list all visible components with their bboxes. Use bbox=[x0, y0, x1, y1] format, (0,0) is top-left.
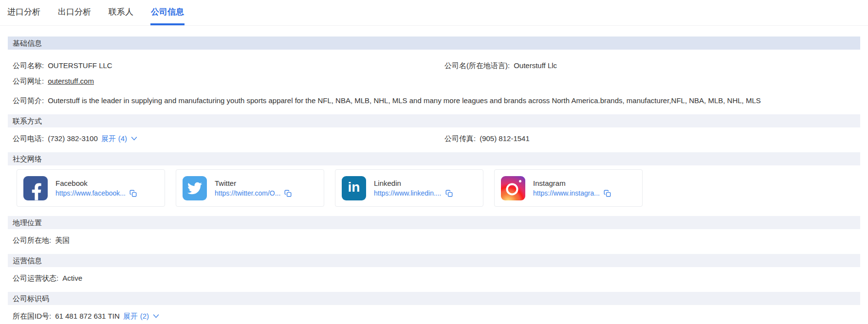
tab-contacts[interactable]: 联系人 bbox=[108, 0, 134, 25]
social-name: Linkedin bbox=[374, 179, 453, 187]
row-location: 公司所在地:美国 bbox=[8, 235, 860, 245]
tab-company-info[interactable]: 公司信息 bbox=[150, 0, 185, 25]
phone-value: (732) 382-3100 bbox=[48, 134, 98, 143]
website-link[interactable]: outerstuff.com bbox=[48, 77, 94, 85]
phone-label: 公司电话: bbox=[13, 134, 44, 143]
operation-status-label: 公司运营状态: bbox=[13, 274, 58, 282]
instagram-icon bbox=[501, 176, 525, 200]
fax-value: (905) 812-1541 bbox=[480, 134, 530, 143]
copy-icon[interactable] bbox=[129, 190, 137, 197]
social-card-text: Facebook https://www.facebook... bbox=[55, 179, 137, 197]
tab-import-analysis[interactable]: 进口分析 bbox=[7, 0, 41, 25]
section-header-social: 社交网络 bbox=[8, 152, 860, 165]
fax-label: 公司传真: bbox=[444, 134, 476, 143]
phone-expand-link[interactable]: 展开(4) bbox=[101, 134, 138, 143]
social-name: Twitter bbox=[215, 179, 292, 187]
row-operation-status: 公司运营状态:Active bbox=[8, 273, 860, 283]
social-url-link[interactable]: https://twitter.com/O... bbox=[215, 189, 280, 197]
twitter-icon bbox=[183, 176, 207, 200]
social-card-facebook[interactable]: Facebook https://www.facebook... bbox=[17, 169, 165, 207]
section-header-identifiers: 公司标识码 bbox=[8, 292, 860, 305]
country-id-value: 61 481 872 631 TIN bbox=[55, 312, 120, 320]
field-company-local-name: 公司名(所在地语言):Outerstuff Llc bbox=[444, 61, 557, 70]
operation-status-value: Active bbox=[62, 274, 82, 282]
chevron-down-icon bbox=[152, 312, 160, 320]
country-id-expand-link[interactable]: 展开(2) bbox=[123, 311, 160, 321]
facebook-icon bbox=[23, 176, 48, 200]
tab-bar: 进口分析 出口分析 联系人 公司信息 bbox=[0, 0, 868, 26]
company-intro-value: Outerstuff is the leader in supplying an… bbox=[48, 96, 761, 105]
location-label: 公司所在地: bbox=[13, 236, 51, 244]
social-url-link[interactable]: https://www.linkedin.... bbox=[374, 189, 442, 197]
row-company-intro: 公司简介:Outerstuff is the leader in supplyi… bbox=[8, 96, 860, 105]
field-company-name: 公司名称:OUTERSTUFF LLC bbox=[13, 61, 444, 70]
section-header-contact: 联系方式 bbox=[8, 114, 860, 127]
copy-icon[interactable] bbox=[284, 190, 292, 197]
linkedin-icon: in bbox=[342, 176, 366, 200]
section-header-location: 地理位置 bbox=[8, 216, 860, 229]
field-company-fax: 公司传真:(905) 812-1541 bbox=[444, 134, 530, 143]
company-info-content: 基础信息 公司名称:OUTERSTUFF LLC 公司名(所在地语言):Oute… bbox=[0, 36, 868, 321]
social-card-text: Linkedin https://www.linkedin.... bbox=[374, 179, 453, 197]
row-country-id: 所在国ID号:61 481 872 631 TIN展开(2) bbox=[8, 311, 860, 321]
copy-icon[interactable] bbox=[604, 190, 611, 197]
company-local-name-value: Outerstuff Llc bbox=[514, 61, 557, 70]
company-name-value: OUTERSTUFF LLC bbox=[48, 61, 112, 70]
social-card-list: Facebook https://www.facebook... Twitter… bbox=[17, 169, 860, 207]
location-value: 美国 bbox=[55, 236, 70, 244]
social-name: Facebook bbox=[55, 179, 137, 187]
country-id-expand-count: (2) bbox=[140, 311, 149, 321]
social-card-linkedin[interactable]: in Linkedin https://www.linkedin.... bbox=[335, 169, 483, 207]
copy-icon[interactable] bbox=[445, 190, 453, 197]
company-intro-label: 公司简介: bbox=[13, 96, 44, 105]
social-url-link[interactable]: https://www.facebook... bbox=[55, 189, 126, 197]
social-name: Instagram bbox=[533, 179, 611, 187]
website-label: 公司网址: bbox=[13, 77, 44, 85]
row-phone-fax: 公司电话:(732) 382-3100展开(4) 公司传真:(905) 812-… bbox=[8, 134, 860, 143]
row-website: 公司网址:outerstuff.com bbox=[8, 76, 860, 86]
social-card-text: Instagram https://www.instagra... bbox=[533, 179, 611, 197]
chevron-down-icon bbox=[130, 135, 138, 142]
section-header-operation: 运营信息 bbox=[8, 254, 860, 267]
row-company-names: 公司名称:OUTERSTUFF LLC 公司名(所在地语言):Outerstuf… bbox=[8, 61, 860, 70]
company-local-name-label: 公司名(所在地语言): bbox=[444, 61, 510, 70]
section-header-basic-info: 基础信息 bbox=[8, 36, 860, 50]
social-card-instagram[interactable]: Instagram https://www.instagra... bbox=[494, 169, 643, 207]
phone-expand-count: (4) bbox=[118, 134, 127, 143]
country-id-label: 所在国ID号: bbox=[13, 312, 51, 320]
social-url-link[interactable]: https://www.instagra... bbox=[533, 189, 600, 197]
company-name-label: 公司名称: bbox=[13, 61, 44, 70]
social-card-twitter[interactable]: Twitter https://twitter.com/O... bbox=[176, 169, 324, 207]
company-info-page: 进口分析 出口分析 联系人 公司信息 基础信息 公司名称:OUTERSTUFF … bbox=[0, 0, 868, 321]
field-company-phone: 公司电话:(732) 382-3100展开(4) bbox=[13, 134, 444, 143]
tab-export-analysis[interactable]: 出口分析 bbox=[57, 0, 92, 25]
social-card-text: Twitter https://twitter.com/O... bbox=[215, 179, 292, 197]
